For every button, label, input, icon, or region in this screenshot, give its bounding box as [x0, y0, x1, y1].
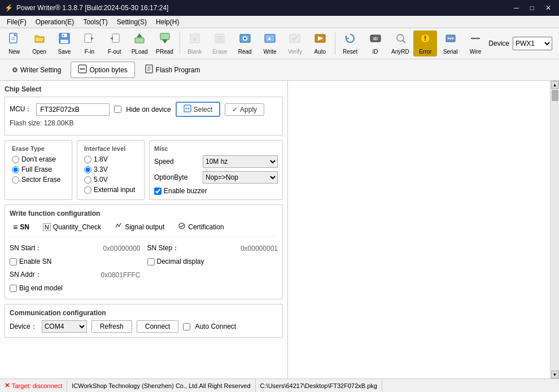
menu-operation[interactable]: Operation(E) [31, 17, 79, 27]
mcu-label: MCU： [10, 104, 32, 114]
full-erase-radio[interactable] [12, 166, 19, 173]
maximize-button[interactable]: □ [527, 3, 538, 13]
device-label: Device [488, 40, 509, 47]
speed-label: Speed [154, 158, 199, 165]
gear-icon: ⚙ [12, 66, 18, 74]
flash-icon [145, 64, 154, 75]
quantity-check-tab[interactable]: N Quantity_Check [40, 222, 104, 232]
id-label: ID [373, 49, 378, 55]
sector-erase-radio[interactable] [12, 176, 19, 184]
flash-program-label: Flash Program [156, 66, 200, 74]
big-end-label: Big end model [19, 284, 63, 292]
verify-icon [289, 32, 301, 47]
company-text: ICWorkShop Technology (Shenzhen) Co., Lt… [72, 382, 250, 389]
menu-setting[interactable]: Setting(S) [112, 17, 151, 27]
device-section: Device PWX1 PWX2 [488, 37, 557, 50]
device-comm-select[interactable]: COM4 COM1 COM2 COM3 [42, 320, 87, 333]
f-out-button[interactable]: F-out [103, 31, 126, 56]
new-icon [8, 32, 20, 47]
writer-setting-tab[interactable]: ⚙ Writer Setting [5, 63, 68, 77]
menu-help[interactable]: Help(H) [151, 17, 184, 27]
minimize-button[interactable]: ─ [510, 3, 522, 13]
option-byte-label: OptionByte [154, 173, 199, 181]
open-button[interactable]: Open [27, 31, 51, 56]
erase-radio-group: Don't erase Full Erase Sector Erase [12, 155, 65, 184]
signal-output-tab[interactable]: Signal output [111, 221, 168, 233]
sn-step-value: 0x00000001 [241, 245, 278, 252]
new-button[interactable]: New [2, 31, 26, 56]
menu-file[interactable]: File(F) [2, 17, 31, 27]
hide-on-device-checkbox[interactable] [114, 106, 121, 113]
read-button[interactable]: Read [233, 31, 256, 56]
wire-button[interactable]: Wire [464, 31, 487, 56]
full-erase-label: Full Erase [21, 165, 52, 173]
external-label: External input [94, 186, 135, 194]
save-label: Save [58, 49, 71, 55]
scroll-thumb[interactable] [552, 90, 558, 101]
dont-erase-radio[interactable] [12, 156, 19, 163]
decimal-display-checkbox[interactable] [147, 258, 155, 265]
write-button[interactable]: Write [258, 31, 282, 56]
reset-button[interactable]: Reset [338, 31, 362, 56]
sn-step-label: SN Step： [147, 243, 180, 253]
filepath-text: C:\Users\64217\Desktop\FT32F072xB.pkg [260, 382, 377, 389]
blank-button: B Blank [183, 31, 207, 56]
connect-button[interactable]: Connect [137, 320, 179, 333]
flash-program-tab[interactable]: Flash Program [137, 62, 208, 78]
scroll-up-button[interactable]: ▲ [551, 81, 559, 89]
certification-tab[interactable]: Certification [174, 221, 227, 233]
enable-buzzer-checkbox[interactable] [154, 188, 161, 195]
scroll-down-button[interactable]: ▼ [551, 371, 559, 378]
svg-point-46 [187, 108, 189, 110]
left-panel: Chip Select MCU： Hide on device Select ✓… [0, 81, 288, 378]
anyrd-button[interactable]: AnyRD [388, 31, 412, 56]
erase-icon [213, 32, 226, 47]
speed-select[interactable]: 10M hz 5M hz 1M hz [203, 155, 278, 168]
f-out-icon [108, 32, 121, 47]
error-button[interactable]: ! Error [413, 31, 437, 56]
sn-tab[interactable]: ≡ SN [10, 221, 33, 233]
external-item: External input [84, 186, 137, 194]
erase-type-box: Erase Type Don't erase Full Erase Sector… [5, 140, 72, 200]
erase-button: Erase [208, 31, 232, 56]
auto-button[interactable]: Auto [308, 31, 332, 56]
refresh-button[interactable]: Refresh [91, 320, 132, 333]
toolbar-separator-1 [180, 32, 180, 55]
apply-button[interactable]: ✓ Apply [225, 103, 264, 116]
right-panel: ▲ ▼ [288, 81, 559, 378]
external-radio[interactable] [84, 186, 91, 194]
auto-connect-checkbox[interactable] [183, 323, 190, 330]
chip-row: MCU： Hide on device Select ✓ Apply [10, 102, 278, 117]
svg-point-34 [472, 37, 474, 40]
svg-rect-10 [160, 33, 169, 40]
v50-radio[interactable] [84, 176, 91, 184]
cert-icon [178, 222, 186, 232]
pread-button[interactable]: PRead [152, 31, 176, 56]
menu-tools[interactable]: Tools(T) [78, 17, 112, 27]
app-icon: ⚡ [5, 4, 13, 12]
signal-label: Signal output [125, 223, 164, 231]
option-byte-select[interactable]: Nop=>Nop Reset=>Nop [203, 171, 278, 184]
pread-label: PRead [156, 49, 173, 55]
option-bytes-tab[interactable]: Option bytes [71, 62, 134, 78]
f-in-button[interactable]: F-in [77, 31, 101, 56]
save-button[interactable]: Save [53, 31, 76, 56]
enable-sn-checkbox[interactable] [10, 258, 17, 265]
svg-text:B: B [193, 37, 196, 42]
hide-on-device-label: Hide on device [126, 106, 171, 114]
sector-erase-item: Sector Erase [12, 176, 65, 184]
select-button[interactable]: Select [176, 102, 220, 117]
id-button[interactable]: ID ID [363, 31, 387, 56]
v33-radio[interactable] [84, 166, 91, 173]
serial-button[interactable]: Serial [438, 31, 462, 56]
pload-button[interactable]: PLoad [128, 31, 151, 56]
device-select[interactable]: PWX1 PWX2 [513, 37, 552, 50]
checkmark-icon: ✓ [232, 106, 238, 114]
mcu-input[interactable] [36, 103, 110, 116]
v18-radio[interactable] [84, 156, 91, 163]
device-comm-label: Device： [10, 322, 37, 332]
save-icon [58, 32, 71, 47]
close-button[interactable]: ✕ [542, 3, 554, 13]
big-end-checkbox[interactable] [10, 285, 17, 292]
apply-label: Apply [240, 106, 257, 114]
